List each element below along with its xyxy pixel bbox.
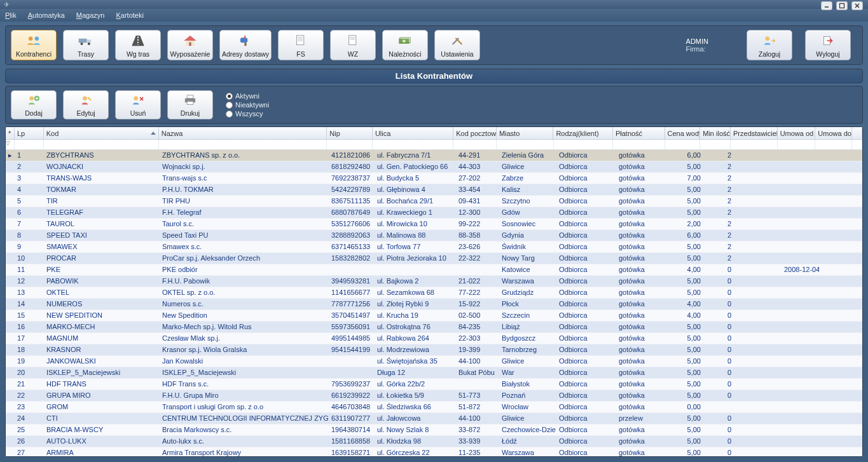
app-icon: ✈ [4,1,11,8]
table-row[interactable]: 11PKEPKE odbiórKatowiceOdbiorcagotówka4,… [6,264,862,276]
zaloguj-button[interactable]: Zaloguj [747,30,792,60]
col-ulica[interactable]: Ulica [373,127,453,139]
wz-button[interactable]: WZ [330,30,376,60]
fs-button[interactable]: FS [278,30,324,60]
table-row[interactable]: 14NUMEROSNumeros s.c.7787771256ul. Złote… [6,299,862,310]
svg-point-34 [83,96,87,100]
table-row[interactable]: 13OKTELOKTEL sp. z o.o.1141656677ul. Sez… [6,287,862,299]
table-row[interactable]: 7TAUROLTaurol s.c.5351276606ul. Mirowick… [6,219,862,230]
table-row[interactable]: 4TOKMARP.H.U. TOKMAR5424229789ul. Głębin… [6,184,862,196]
col-kodpoczt[interactable]: Kod pocztow [453,127,497,139]
table-row[interactable]: 22GRUPA MIROF.H.U. Grupa Miro6619239922u… [6,390,862,402]
user-name: ADMIN [686,37,708,45]
logout-icon [820,31,836,50]
label: Trasy [78,50,94,58]
svg-rect-6 [79,38,87,43]
table-row[interactable]: 27ARMIRAArmira Transport Krajowy16391582… [6,447,862,456]
label: Kontrahenci [16,50,52,58]
radio-aktywni[interactable]: Aktywni [226,92,269,100]
svg-rect-1 [840,4,844,8]
label: Należności [389,50,421,58]
label: Wyloguj [816,50,839,58]
naleznosci-button[interactable]: Należności [382,30,428,60]
svg-point-35 [134,96,139,100]
minimize-button[interactable] [821,1,832,10]
label: Wg tras [127,50,149,58]
menu-magazyn[interactable]: Magazyn [76,11,105,19]
ustawienia-button[interactable]: Ustawienia [434,30,480,60]
table-row[interactable]: 21HDF TRANSHDF Trans s.c.7953699237ul. G… [6,379,862,390]
edytuj-button[interactable]: Edytuj [63,90,109,119]
kontrahenci-button[interactable]: Kontrahenci [11,30,57,60]
tools-icon [449,31,465,50]
sub-toolbar: Dodaj Edytuj Usuń Drukuj Aktywni Nieakty… [5,86,863,124]
radio-nieaktywni[interactable]: Nieaktywni [226,101,269,109]
col-miasto[interactable]: Miasto [497,127,554,139]
table-row[interactable]: 2WOJNACKIWojnacki sp.j.6818292480ul. Gen… [6,161,862,173]
wyloguj-button[interactable]: Wyloguj [805,30,851,60]
menu-automatyka[interactable]: Automatyka [28,11,65,19]
table-row[interactable]: 19JANKOWALSKIJan Kowalskiul. Świętojańsk… [6,356,862,367]
menu-kartoteki[interactable]: Kartoteki [116,11,143,19]
table-row[interactable]: 17MAGNUMCzesław Mlak sp.j.4995144985ul. … [6,333,862,344]
wyposazenie-button[interactable]: Wyposażenie [167,30,213,60]
table-row[interactable]: 10PROCARProCar sp.j. Aleksander Orzech15… [6,253,862,264]
table-row[interactable]: 5TIRTIR PHU8367511135ul. Bochańca 29/109… [6,196,862,207]
table-row[interactable]: 23GROMTransport i usługi Grom sp. z o.o4… [6,402,862,413]
col-min[interactable]: Min ilość [700,127,731,139]
radio-icon [226,93,233,100]
col-umowaod[interactable]: Umowa od [778,127,816,139]
col-umowado[interactable]: Umowa do [815,127,852,139]
radio-wszyscy[interactable]: Wszyscy [226,110,269,118]
table-row[interactable]: 25BRACIA M-WSCYBracia Markowscy s.c.1964… [6,425,862,436]
trasy-button[interactable]: Trasy [63,30,109,60]
table-row[interactable]: 3TRANS-WAJSTrans-wajs s.c7692238737ul. B… [6,173,862,184]
mailbox-icon [237,31,254,50]
usun-button[interactable]: Usuń [115,90,161,119]
svg-rect-22 [349,35,356,44]
label: Zaloguj [759,50,780,58]
drukuj-button[interactable]: Drukuj [167,90,213,119]
maximize-button[interactable] [836,1,848,10]
col-kod[interactable]: Kod [44,127,159,139]
svg-rect-7 [87,39,92,43]
wgtras-button[interactable]: Wg tras [115,30,161,60]
table-row[interactable]: 15NEW SPEDITIONNew Spedition3570451497ul… [6,310,862,322]
col-nip[interactable]: Nip [327,127,373,139]
col-platnosc[interactable]: Płatność [613,127,665,139]
firma-label: Firma: [686,45,706,53]
svg-rect-17 [244,43,246,46]
table-row[interactable]: 9SMAWEXSmawex s.c.6371465133ul. Torfowa … [6,241,862,253]
adresy-button[interactable]: Adresy dostawy [219,30,272,60]
table-row[interactable]: 26AUTO-LUKXAuto-lukx s.c.1581168858ul. K… [6,436,862,447]
table-row[interactable]: 18KRASNORKrasnor sp.j. Wiola Gralska9541… [6,344,862,356]
col-cena[interactable]: Cena wody [665,127,701,139]
menu-plik[interactable]: Plik [5,11,17,19]
table-row[interactable]: 8SPEED TAXISpeed Taxi PU3288892063ul. Ma… [6,230,862,241]
radio-icon [226,102,233,109]
col-przedstawiciel[interactable]: Przedstawiciel [731,127,778,139]
svg-rect-39 [187,95,193,98]
col-lp[interactable]: Lp [15,127,44,139]
table-row[interactable]: 6TELEGRAFF.H. Telegraf6880787649ul. Kraw… [6,207,862,219]
table-row[interactable]: 12PABOWIKF.H.U. Pabowik3949593281ul. Baj… [6,276,862,287]
contractors-grid: * Lp Kod Nazwa Nip Ulica Kod pocztow Mia… [5,126,863,457]
table-row[interactable]: ▸1ZBYCHTRANSZBYCHTRANS sp. z o.o.4121821… [6,150,862,161]
printer-icon [182,91,198,109]
svg-rect-18 [297,35,304,44]
document-icon [345,31,361,50]
filter-row[interactable]: ▽ [6,140,862,150]
dodaj-button[interactable]: Dodaj [11,90,57,119]
table-row[interactable]: 24CTICENTRUM TECHNOLOGII INFORMATYCZNEJ … [6,413,862,425]
grid-body[interactable]: ▸1ZBYCHTRANSZBYCHTRANS sp. z o.o.4121821… [6,150,862,456]
col-rodzaj[interactable]: Rodzaj(klient) [553,127,613,139]
close-button[interactable] [851,1,863,10]
col-selector[interactable]: * [6,127,15,139]
label: Wyposażenie [170,50,210,58]
col-nazwa[interactable]: Nazwa [159,127,327,139]
table-row[interactable]: 20ISKLEP_5_MaciejewskiISKLEP_5_Maciejews… [6,367,862,379]
svg-point-28 [766,36,770,41]
table-row[interactable]: 16MARKO-MECHMarko-Mech sp.j. Witold Rus5… [6,322,862,333]
edit-person-icon [78,91,94,109]
svg-point-30 [30,96,34,100]
